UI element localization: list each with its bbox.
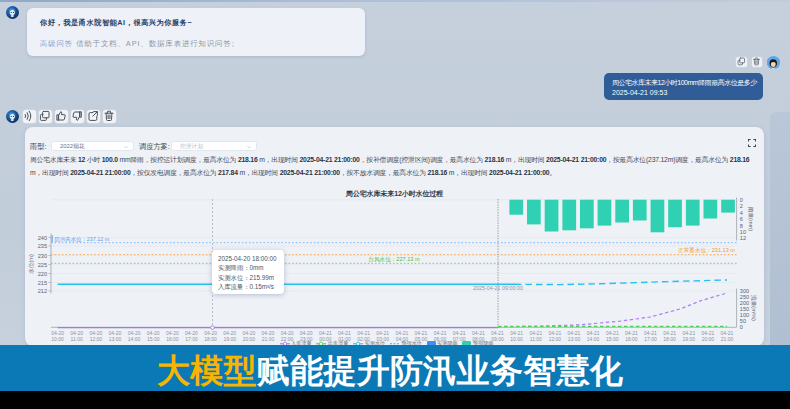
svg-text:230: 230: [38, 253, 47, 259]
svg-text:台风水位：227.13 m: 台风水位：227.13 m: [368, 256, 420, 263]
svg-text:215: 215: [38, 280, 47, 286]
svg-text:220: 220: [38, 271, 47, 277]
svg-text:2: 2: [740, 203, 743, 209]
svg-text:水位(m): 水位(m): [28, 254, 34, 275]
svg-text:225: 225: [38, 262, 47, 268]
svg-text:正常蓄水位：231.13 m: 正常蓄水位：231.13 m: [678, 247, 735, 253]
svg-text:雨量(mm): 雨量(mm): [748, 207, 754, 231]
svg-text:6: 6: [740, 216, 743, 222]
svg-text:240: 240: [38, 235, 47, 241]
svg-text:0: 0: [740, 324, 743, 330]
svg-text:流量(m³/s): 流量(m³/s): [750, 295, 757, 321]
svg-text:0: 0: [740, 197, 743, 203]
svg-text:250: 250: [740, 294, 749, 300]
svg-text:防洪高水位：237.12 m: 防洪高水位：237.12 m: [55, 236, 110, 243]
svg-text:12: 12: [740, 235, 746, 241]
svg-text:8: 8: [740, 223, 743, 229]
svg-text:4: 4: [740, 210, 743, 216]
svg-text:212: 212: [38, 288, 47, 294]
svg-text:235: 235: [38, 243, 47, 249]
svg-text:200: 200: [740, 300, 749, 306]
svg-text:10: 10: [740, 229, 746, 235]
svg-text:2025-04-21 09:00:00: 2025-04-21 09:00:00: [473, 285, 523, 291]
